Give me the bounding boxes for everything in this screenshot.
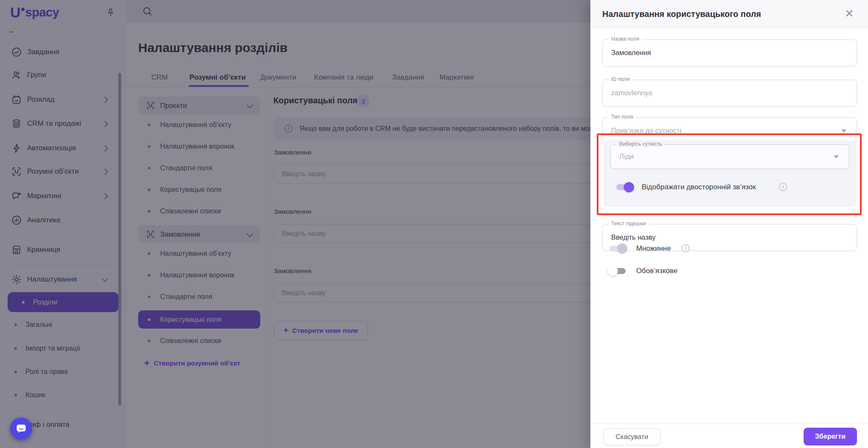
- info-icon[interactable]: i: [779, 183, 787, 191]
- close-icon[interactable]: ✕: [843, 7, 856, 20]
- cancel-button[interactable]: Скасувати: [603, 429, 661, 445]
- toggle-thumb: [617, 243, 627, 254]
- field-name-value: Замовлення: [611, 40, 651, 66]
- field-id-value: zamovlennya: [611, 80, 652, 106]
- multiple-toggle-label: Множинне: [636, 243, 671, 254]
- modal-backdrop[interactable]: [0, 0, 590, 448]
- custom-field-settings-modal: Налаштування користувацького поля ✕ Назв…: [590, 0, 868, 448]
- required-toggle-label: Обов’язкове: [636, 265, 678, 277]
- app-screen: U spacy Завдання Групи Розклад CRM та пр…: [0, 0, 868, 448]
- modal-footer: Скасувати Зберегти: [590, 423, 868, 448]
- bidirectional-toggle-label: Відображати двосторонній зв’язок: [642, 182, 756, 193]
- toggle-thumb: [624, 182, 634, 192]
- toggle-thumb: [608, 266, 618, 276]
- required-toggle[interactable]: [608, 265, 627, 277]
- entity-select-value: Ліди: [619, 145, 634, 168]
- modal-title: Налаштування користувацького поля: [602, 0, 761, 28]
- dropdown-caret-icon: [834, 155, 839, 158]
- dropdown-caret-icon: [841, 130, 846, 133]
- bidirectional-toggle[interactable]: [615, 182, 634, 193]
- entity-select[interactable]: Виберіть сутність Ліди: [610, 144, 849, 169]
- multiple-toggle[interactable]: [608, 243, 627, 254]
- chat-fab-button[interactable]: [10, 418, 32, 440]
- save-button[interactable]: Зберегти: [804, 428, 857, 445]
- info-icon[interactable]: i: [682, 244, 690, 252]
- modal-header: Налаштування користувацького поля ✕: [590, 0, 868, 28]
- field-name[interactable]: Назва поля Замовлення: [602, 39, 857, 66]
- field-id[interactable]: ID поля zamovlennya: [602, 80, 857, 107]
- chat-bubble-icon: [15, 422, 28, 435]
